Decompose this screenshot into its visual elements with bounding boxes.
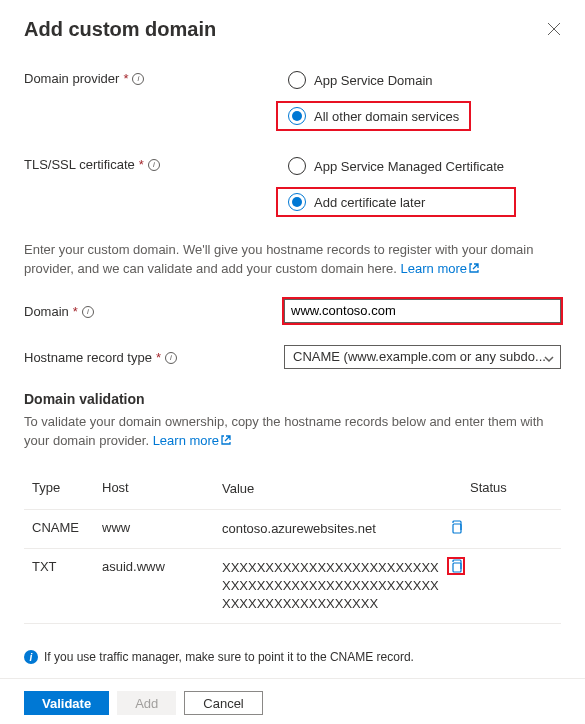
cell-host: www [102,520,222,535]
cancel-button[interactable]: Cancel [184,691,262,715]
cell-value: XXXXXXXXXXXXXXXXXXXXXXXXXXXXXXXXXXXXXXXX… [222,559,442,614]
chevron-down-icon [544,352,554,362]
add-button: Add [117,691,176,715]
radio-label: All other domain services [314,109,459,124]
radio-all-other-domain-services[interactable]: All other domain services [284,105,463,127]
radio-app-service-domain[interactable]: App Service Domain [284,69,463,91]
dialog-title: Add custom domain [24,18,216,41]
domain-input[interactable] [284,299,561,323]
validate-button[interactable]: Validate [24,691,109,715]
learn-more-link[interactable]: Learn more [153,433,231,448]
external-link-icon [221,432,231,442]
table-header: Type Host Value Status [24,470,561,509]
cell-value: contoso.azurewebsites.net [222,520,442,538]
hostname-record-type-select[interactable]: CNAME (www.example.com or any subdo... [284,345,561,369]
cell-host: asuid.www [102,559,222,574]
learn-more-link[interactable]: Learn more [401,261,479,276]
copy-button[interactable] [449,520,463,534]
required-asterisk: * [73,304,78,319]
col-header-status: Status [470,480,530,498]
svg-rect-2 [453,524,461,533]
info-icon[interactable]: i [165,352,177,364]
radio-label: App Service Managed Certificate [314,159,504,174]
info-icon[interactable]: i [132,73,144,85]
highlight-box: Add certificate later [276,187,516,217]
required-asterisk: * [156,350,161,365]
close-icon [547,22,561,36]
radio-add-certificate-later[interactable]: Add certificate later [284,191,508,213]
col-header-type: Type [32,480,102,498]
radio-label: Add certificate later [314,195,425,210]
radio-icon [288,71,306,89]
copy-icon [449,520,463,534]
domain-validation-description: To validate your domain ownership, copy … [24,413,561,451]
info-banner-text: If you use traffic manager, make sure to… [44,650,414,664]
required-asterisk: * [123,71,128,86]
table-row: CNAME www contoso.azurewebsites.net [24,510,561,549]
tls-certificate-label: TLS/SSL certificate [24,157,135,172]
table-row: TXT asuid.www XXXXXXXXXXXXXXXXXXXXXXXXXX… [24,549,561,625]
radio-app-service-managed-cert[interactable]: App Service Managed Certificate [284,155,508,177]
domain-validation-title: Domain validation [24,391,561,407]
cell-type: TXT [32,559,102,574]
col-header-value: Value [222,480,442,498]
cell-type: CNAME [32,520,102,535]
info-icon[interactable]: i [82,306,94,318]
required-asterisk: * [139,157,144,172]
info-banner: i If you use traffic manager, make sure … [24,644,561,678]
custom-domain-description: Enter your custom domain. We'll give you… [24,241,561,279]
select-value: CNAME (www.example.com or any subdo... [293,349,546,364]
copy-icon [449,559,463,573]
info-icon: i [24,650,38,664]
hostname-records-table: Type Host Value Status CNAME www contoso… [24,470,561,624]
hostname-record-type-label: Hostname record type [24,350,152,365]
radio-icon-selected [288,107,306,125]
close-button[interactable] [547,22,561,36]
domain-provider-label: Domain provider [24,71,119,86]
svg-rect-3 [453,563,461,572]
info-icon[interactable]: i [148,159,160,171]
col-header-host: Host [102,480,222,498]
radio-label: App Service Domain [314,73,433,88]
external-link-icon [469,260,479,270]
highlight-box: All other domain services [276,101,471,131]
copy-button[interactable] [449,559,463,573]
radio-icon [288,157,306,175]
radio-icon-selected [288,193,306,211]
domain-label: Domain [24,304,69,319]
